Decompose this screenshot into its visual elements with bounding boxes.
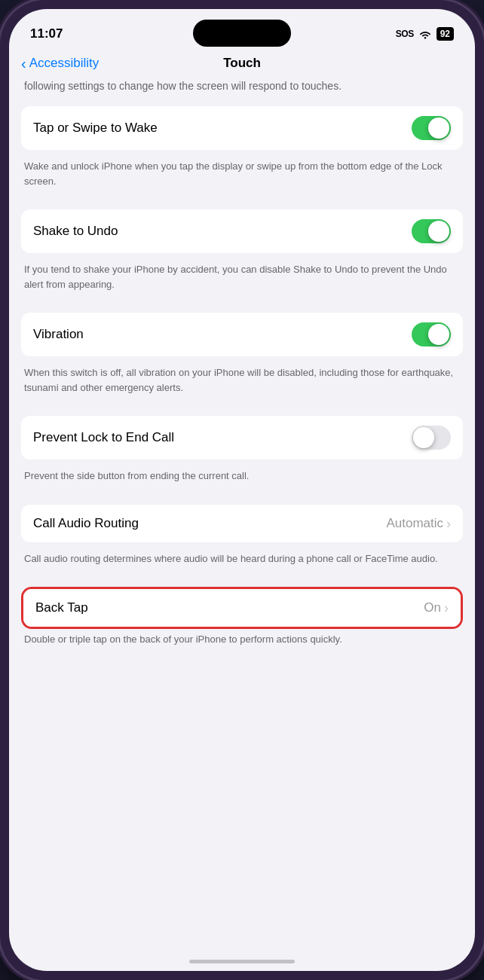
prevent-lock-desc: Prevent the side button from ending the … <box>21 466 463 493</box>
vibration-group: Vibration <box>21 313 463 356</box>
call-audio-value: Automatic <box>386 516 443 531</box>
sos-indicator: SOS <box>396 29 414 39</box>
tap-swipe-label: Tap or Swipe to Wake <box>33 121 158 136</box>
home-indicator <box>189 960 295 963</box>
call-audio-row[interactable]: Call Audio Routing Automatic › <box>21 505 463 542</box>
page-title: Touch <box>223 56 261 71</box>
nav-bar: ‹ Accessibility Touch <box>9 53 475 78</box>
call-audio-chevron-icon: › <box>446 517 451 530</box>
battery-level: 92 <box>440 29 450 39</box>
dynamic-island <box>193 20 291 47</box>
back-tap-label: Back Tap <box>35 600 88 615</box>
back-chevron-icon: ‹ <box>21 56 26 71</box>
call-audio-label: Call Audio Routing <box>33 516 139 531</box>
content-area: following settings to change how the scr… <box>9 78 475 959</box>
back-tap-chevron-icon: › <box>444 601 449 615</box>
call-audio-group: Call Audio Routing Automatic › <box>21 505 463 542</box>
back-button[interactable]: ‹ Accessibility <box>21 56 99 71</box>
intro-text: following settings to change how the scr… <box>21 78 463 106</box>
prevent-lock-label: Prevent Lock to End Call <box>33 430 174 445</box>
prevent-lock-group: Prevent Lock to End Call <box>21 416 463 459</box>
call-audio-right: Automatic › <box>386 516 451 531</box>
tap-swipe-toggle[interactable] <box>412 116 451 140</box>
back-tap-desc: Double or triple tap on the back of your… <box>21 629 463 656</box>
shake-undo-toggle-thumb <box>428 221 449 242</box>
tap-swipe-desc: Wake and unlock iPhone when you tap the … <box>21 156 463 197</box>
wifi-icon <box>418 29 432 39</box>
shake-undo-desc: If you tend to shake your iPhone by acci… <box>21 259 463 301</box>
status-time: 11:07 <box>30 26 63 41</box>
back-tap-right: On › <box>424 600 449 615</box>
vibration-toggle[interactable] <box>412 322 451 347</box>
vibration-toggle-thumb <box>428 324 449 345</box>
shake-undo-toggle[interactable] <box>412 219 451 243</box>
vibration-label: Vibration <box>33 327 84 342</box>
back-tap-highlight: Back Tap On › <box>21 587 463 629</box>
prevent-lock-toggle[interactable] <box>412 426 451 450</box>
back-tap-row[interactable]: Back Tap On › <box>23 589 461 627</box>
back-tap-group: Back Tap On › <box>23 589 461 627</box>
tap-swipe-row: Tap or Swipe to Wake <box>21 106 463 150</box>
shake-undo-group: Shake to Undo <box>21 209 463 253</box>
phone-frame: 11:07 SOS 92 ‹ Accessibility Touch <box>0 0 484 980</box>
shake-undo-label: Shake to Undo <box>33 224 118 239</box>
call-audio-desc: Call audio routing determines where audi… <box>21 548 463 575</box>
back-label: Accessibility <box>29 56 100 71</box>
status-icons: SOS 92 <box>396 27 454 41</box>
battery-indicator: 92 <box>437 27 454 41</box>
vibration-desc: When this switch is off, all vibration o… <box>21 362 463 404</box>
prevent-lock-toggle-thumb <box>413 427 434 448</box>
vibration-row: Vibration <box>21 313 463 356</box>
prevent-lock-row: Prevent Lock to End Call <box>21 416 463 459</box>
phone-screen: 11:07 SOS 92 ‹ Accessibility Touch <box>9 9 475 971</box>
tap-swipe-toggle-thumb <box>428 118 449 139</box>
tap-swipe-group: Tap or Swipe to Wake <box>21 106 463 150</box>
shake-undo-row: Shake to Undo <box>21 209 463 253</box>
back-tap-value: On <box>424 600 441 615</box>
